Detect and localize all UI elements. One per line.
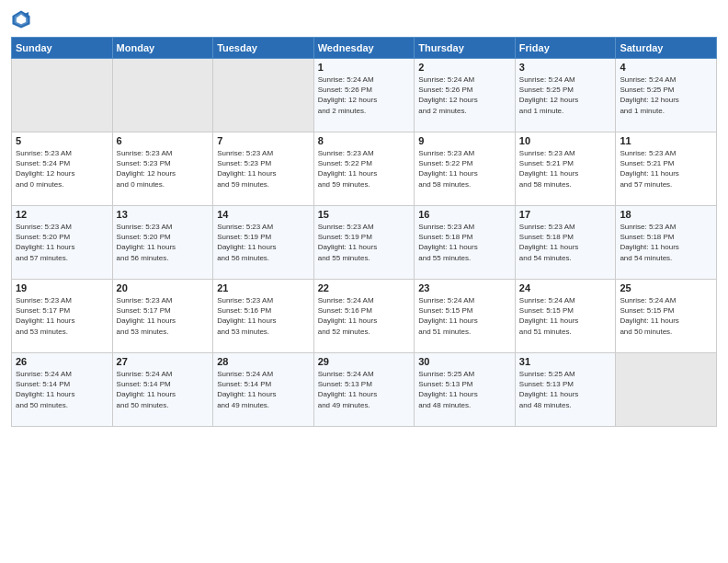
day-number: 17	[519, 209, 612, 220]
calendar-cell: 11Sunrise: 5:23 AM Sunset: 5:21 PM Dayli…	[616, 132, 717, 206]
calendar-week-5: 26Sunrise: 5:24 AM Sunset: 5:14 PM Dayli…	[12, 353, 717, 427]
day-info: Sunrise: 5:23 AM Sunset: 5:21 PM Dayligh…	[519, 148, 612, 190]
calendar-cell: 14Sunrise: 5:23 AM Sunset: 5:19 PM Dayli…	[213, 206, 314, 280]
day-info: Sunrise: 5:23 AM Sunset: 5:18 PM Dayligh…	[519, 222, 612, 263]
calendar-cell: 26Sunrise: 5:24 AM Sunset: 5:14 PM Dayli…	[12, 353, 113, 427]
day-info: Sunrise: 5:25 AM Sunset: 5:13 PM Dayligh…	[418, 369, 511, 410]
day-number: 15	[318, 209, 411, 220]
day-number: 7	[217, 135, 310, 146]
calendar-cell: 22Sunrise: 5:24 AM Sunset: 5:16 PM Dayli…	[313, 280, 415, 353]
calendar-cell: 17Sunrise: 5:23 AM Sunset: 5:18 PM Dayli…	[515, 206, 616, 280]
day-info: Sunrise: 5:23 AM Sunset: 5:18 PM Dayligh…	[418, 222, 511, 263]
day-number: 4	[620, 62, 712, 73]
logo-icon	[11, 9, 31, 29]
weekday-header-saturday: Saturday	[616, 38, 717, 59]
page-container: SundayMondayTuesdayWednesdayThursdayFrid…	[0, 0, 728, 563]
day-number: 20	[117, 282, 210, 293]
calendar-week-3: 12Sunrise: 5:23 AM Sunset: 5:20 PM Dayli…	[12, 206, 717, 280]
day-number: 3	[519, 62, 612, 73]
calendar-cell: 8Sunrise: 5:23 AM Sunset: 5:22 PM Daylig…	[313, 132, 415, 206]
day-info: Sunrise: 5:24 AM Sunset: 5:14 PM Dayligh…	[16, 369, 108, 410]
day-info: Sunrise: 5:24 AM Sunset: 5:26 PM Dayligh…	[418, 75, 511, 116]
calendar-cell: 24Sunrise: 5:24 AM Sunset: 5:15 PM Dayli…	[515, 280, 616, 353]
day-info: Sunrise: 5:23 AM Sunset: 5:16 PM Dayligh…	[217, 295, 310, 337]
day-number: 10	[519, 135, 612, 146]
weekday-header-sunday: Sunday	[12, 38, 113, 59]
day-number: 23	[418, 282, 511, 293]
calendar-cell: 4Sunrise: 5:24 AM Sunset: 5:25 PM Daylig…	[616, 59, 717, 132]
calendar-cell: 21Sunrise: 5:23 AM Sunset: 5:16 PM Dayli…	[213, 280, 314, 353]
calendar-cell: 30Sunrise: 5:25 AM Sunset: 5:13 PM Dayli…	[415, 353, 516, 427]
day-number: 5	[16, 135, 108, 146]
day-info: Sunrise: 5:25 AM Sunset: 5:13 PM Dayligh…	[519, 369, 612, 410]
day-number: 29	[318, 356, 411, 367]
day-info: Sunrise: 5:23 AM Sunset: 5:22 PM Dayligh…	[318, 148, 411, 190]
day-info: Sunrise: 5:23 AM Sunset: 5:19 PM Dayligh…	[217, 222, 310, 263]
day-info: Sunrise: 5:23 AM Sunset: 5:24 PM Dayligh…	[16, 148, 108, 190]
day-number: 28	[217, 356, 310, 367]
day-info: Sunrise: 5:24 AM Sunset: 5:15 PM Dayligh…	[620, 295, 712, 337]
calendar-cell	[213, 59, 314, 132]
day-number: 6	[117, 135, 210, 146]
header	[11, 9, 717, 29]
day-number: 2	[418, 62, 511, 73]
calendar-cell: 25Sunrise: 5:24 AM Sunset: 5:15 PM Dayli…	[616, 280, 717, 353]
calendar-cell: 7Sunrise: 5:23 AM Sunset: 5:23 PM Daylig…	[213, 132, 314, 206]
day-info: Sunrise: 5:24 AM Sunset: 5:26 PM Dayligh…	[318, 75, 411, 116]
calendar-cell	[112, 59, 213, 132]
day-info: Sunrise: 5:24 AM Sunset: 5:25 PM Dayligh…	[620, 75, 712, 116]
calendar-cell: 18Sunrise: 5:23 AM Sunset: 5:18 PM Dayli…	[616, 206, 717, 280]
calendar-cell	[12, 59, 113, 132]
calendar-cell: 23Sunrise: 5:24 AM Sunset: 5:15 PM Dayli…	[415, 280, 516, 353]
calendar-cell: 3Sunrise: 5:24 AM Sunset: 5:25 PM Daylig…	[515, 59, 616, 132]
weekday-header-friday: Friday	[515, 38, 616, 59]
day-number: 18	[620, 209, 712, 220]
calendar-cell: 12Sunrise: 5:23 AM Sunset: 5:20 PM Dayli…	[12, 206, 113, 280]
calendar-cell: 29Sunrise: 5:24 AM Sunset: 5:13 PM Dayli…	[313, 353, 415, 427]
calendar-cell: 15Sunrise: 5:23 AM Sunset: 5:19 PM Dayli…	[313, 206, 415, 280]
calendar-cell: 5Sunrise: 5:23 AM Sunset: 5:24 PM Daylig…	[12, 132, 113, 206]
calendar-week-1: 1Sunrise: 5:24 AM Sunset: 5:26 PM Daylig…	[12, 59, 717, 132]
calendar-cell: 16Sunrise: 5:23 AM Sunset: 5:18 PM Dayli…	[415, 206, 516, 280]
calendar-week-4: 19Sunrise: 5:23 AM Sunset: 5:17 PM Dayli…	[12, 280, 717, 353]
calendar-cell: 13Sunrise: 5:23 AM Sunset: 5:20 PM Dayli…	[112, 206, 213, 280]
weekday-header-wednesday: Wednesday	[313, 38, 415, 59]
day-info: Sunrise: 5:24 AM Sunset: 5:13 PM Dayligh…	[318, 369, 411, 410]
day-info: Sunrise: 5:23 AM Sunset: 5:21 PM Dayligh…	[620, 148, 712, 190]
day-number: 22	[318, 282, 411, 293]
day-number: 16	[418, 209, 511, 220]
calendar-cell: 28Sunrise: 5:24 AM Sunset: 5:14 PM Dayli…	[213, 353, 314, 427]
day-number: 21	[217, 282, 310, 293]
day-info: Sunrise: 5:24 AM Sunset: 5:16 PM Dayligh…	[318, 295, 411, 337]
day-info: Sunrise: 5:24 AM Sunset: 5:15 PM Dayligh…	[418, 295, 511, 337]
day-number: 30	[418, 356, 511, 367]
day-info: Sunrise: 5:23 AM Sunset: 5:17 PM Dayligh…	[16, 295, 108, 337]
weekday-header-monday: Monday	[112, 38, 213, 59]
day-info: Sunrise: 5:23 AM Sunset: 5:19 PM Dayligh…	[318, 222, 411, 263]
day-info: Sunrise: 5:23 AM Sunset: 5:23 PM Dayligh…	[117, 148, 210, 190]
day-number: 14	[217, 209, 310, 220]
day-number: 9	[418, 135, 511, 146]
weekday-header-thursday: Thursday	[415, 38, 516, 59]
day-number: 26	[16, 356, 108, 367]
calendar-cell: 1Sunrise: 5:24 AM Sunset: 5:26 PM Daylig…	[313, 59, 415, 132]
calendar-week-2: 5Sunrise: 5:23 AM Sunset: 5:24 PM Daylig…	[12, 132, 717, 206]
day-number: 8	[318, 135, 411, 146]
day-info: Sunrise: 5:24 AM Sunset: 5:14 PM Dayligh…	[217, 369, 310, 410]
day-info: Sunrise: 5:23 AM Sunset: 5:22 PM Dayligh…	[418, 148, 511, 190]
day-info: Sunrise: 5:24 AM Sunset: 5:25 PM Dayligh…	[519, 75, 612, 116]
day-number: 19	[16, 282, 108, 293]
day-number: 1	[318, 62, 411, 73]
day-number: 27	[117, 356, 210, 367]
day-info: Sunrise: 5:23 AM Sunset: 5:18 PM Dayligh…	[620, 222, 712, 263]
day-info: Sunrise: 5:23 AM Sunset: 5:17 PM Dayligh…	[117, 295, 210, 337]
calendar-cell: 31Sunrise: 5:25 AM Sunset: 5:13 PM Dayli…	[515, 353, 616, 427]
calendar-cell	[616, 353, 717, 427]
day-number: 11	[620, 135, 712, 146]
day-number: 25	[620, 282, 712, 293]
calendar-cell: 27Sunrise: 5:24 AM Sunset: 5:14 PM Dayli…	[112, 353, 213, 427]
weekday-header-row: SundayMondayTuesdayWednesdayThursdayFrid…	[12, 38, 717, 59]
calendar-cell: 19Sunrise: 5:23 AM Sunset: 5:17 PM Dayli…	[12, 280, 113, 353]
day-info: Sunrise: 5:23 AM Sunset: 5:20 PM Dayligh…	[117, 222, 210, 263]
day-info: Sunrise: 5:23 AM Sunset: 5:23 PM Dayligh…	[217, 148, 310, 190]
